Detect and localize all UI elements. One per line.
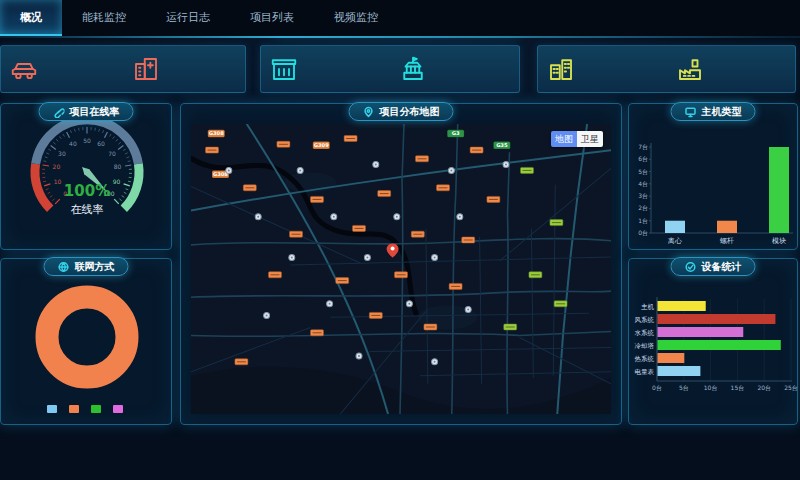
map-pin[interactable] (255, 214, 261, 220)
map-marker[interactable] (424, 324, 437, 330)
svg-text:G309: G309 (314, 142, 329, 148)
nav-tab-3[interactable]: 运行日志 (146, 0, 230, 36)
svg-text:3台: 3台 (638, 192, 648, 200)
svg-text:1台: 1台 (638, 217, 648, 225)
map-marker[interactable] (269, 272, 282, 278)
map-marker[interactable] (378, 191, 391, 197)
nav-tab-2[interactable]: 能耗监控 (62, 0, 146, 36)
map-marker[interactable] (311, 330, 324, 336)
svg-text:20: 20 (53, 163, 61, 170)
map-pin[interactable] (289, 254, 295, 260)
map-marker[interactable] (369, 312, 382, 318)
road-badge-G35: G35 (493, 141, 510, 149)
link-icon (53, 106, 65, 118)
map-layer-controls: 地图卫星 (551, 131, 603, 147)
hbar-主机 (658, 301, 706, 311)
navbar: 概况能耗监控运行日志项目列表视频监控 (0, 0, 800, 36)
stat-item (1, 46, 123, 92)
network-type-legend (1, 405, 171, 413)
map-canvas[interactable]: G308G309G308G3G35 地图卫星 (191, 124, 611, 414)
legend-swatch (69, 405, 79, 413)
map-pin[interactable] (503, 162, 509, 168)
map-marker[interactable] (243, 185, 256, 191)
map-pin[interactable] (364, 254, 370, 260)
nav-tab-5[interactable]: 视频监控 (314, 0, 398, 36)
map-marker[interactable] (462, 237, 475, 243)
stat-card-3 (537, 45, 796, 93)
map-marker[interactable] (277, 141, 290, 147)
legend-swatch (47, 405, 57, 413)
map-marker[interactable] (344, 135, 357, 141)
panel-host-type-header: 主机类型 (671, 102, 756, 121)
map-marker[interactable] (470, 147, 483, 153)
panel-device-stats-header: 设备统计 (671, 257, 756, 276)
map-pin[interactable] (331, 214, 337, 220)
nav-tab-4[interactable]: 项目列表 (230, 0, 314, 36)
legend-item-3[interactable] (91, 405, 104, 413)
map-marker[interactable] (336, 278, 349, 284)
legend-item-2[interactable] (69, 405, 82, 413)
map-marker[interactable] (235, 359, 248, 365)
svg-text:50: 50 (83, 137, 91, 144)
panel-project-map: 项目分布地图 G308G309G308G3G35 地图卫星 (180, 103, 622, 425)
map-layers: G308G309G308G3G35 (191, 124, 611, 414)
map-marker[interactable] (411, 231, 424, 237)
map-btn-map[interactable]: 地图 (551, 131, 577, 147)
online-rate-gauge: 0102030405060708090100100%在线率 (1, 104, 171, 249)
svg-text:2台: 2台 (638, 204, 648, 212)
svg-text:主机: 主机 (641, 303, 655, 311)
map-marker[interactable] (554, 301, 567, 307)
map-marker[interactable] (290, 231, 303, 237)
panel-title: 联网方式 (75, 260, 115, 274)
map-marker[interactable] (353, 225, 366, 231)
map-marker[interactable] (487, 196, 500, 202)
hbar-电量表 (658, 366, 701, 376)
stat-item (261, 46, 390, 92)
panel-host-type: 主机类型 0台1台2台3台4台5台6台7台离心螺杆模块 (628, 103, 798, 250)
map-marker[interactable] (311, 196, 324, 202)
map-pin[interactable] (457, 214, 463, 220)
svg-text:80: 80 (114, 163, 122, 170)
map-marker[interactable] (416, 156, 429, 162)
map-pin[interactable] (448, 167, 454, 173)
map-pin[interactable] (327, 301, 333, 307)
stat-item (667, 46, 796, 92)
stat-card-1 (0, 45, 246, 93)
svg-text:G308: G308 (209, 130, 224, 136)
map-marker[interactable] (206, 147, 219, 153)
map-marker[interactable] (504, 324, 517, 330)
map-pin[interactable] (226, 167, 232, 173)
nav-tab-1[interactable]: 概况 (0, 0, 62, 36)
map-marker[interactable] (521, 167, 534, 173)
legend-item-4[interactable] (113, 405, 126, 413)
map-pin[interactable] (373, 162, 379, 168)
monitor-icon (685, 106, 697, 118)
map-pin[interactable] (432, 254, 438, 260)
svg-text:冷却塔: 冷却塔 (635, 342, 655, 350)
map-pin[interactable] (394, 214, 400, 220)
map-pin[interactable] (264, 312, 270, 318)
map-pin[interactable] (297, 167, 303, 173)
bar-模块 (769, 147, 789, 233)
map-pin[interactable] (356, 353, 362, 359)
network-type-donut (1, 259, 171, 424)
legend-item-1[interactable] (47, 405, 60, 413)
road-badge-G3: G3 (447, 130, 464, 138)
panel-title: 设备统计 (702, 260, 742, 274)
map-marker[interactable] (449, 283, 462, 289)
car-icon (9, 54, 39, 84)
map-marker[interactable] (529, 272, 542, 278)
map-pin[interactable] (432, 359, 438, 365)
svg-text:90: 90 (113, 178, 121, 185)
map-marker[interactable] (437, 185, 450, 191)
globe-icon (58, 261, 70, 273)
map-marker[interactable] (550, 220, 563, 226)
map-marker[interactable] (395, 272, 408, 278)
svg-text:离心: 离心 (667, 237, 682, 245)
panel-online-rate: 项目在线率 0102030405060708090100100%在线率 (0, 103, 172, 250)
map-pin[interactable] (465, 307, 471, 313)
map-pin[interactable] (406, 301, 412, 307)
map-btn-satellite[interactable]: 卫星 (577, 131, 603, 147)
office-icon (546, 54, 576, 84)
svg-text:5台: 5台 (679, 384, 689, 392)
